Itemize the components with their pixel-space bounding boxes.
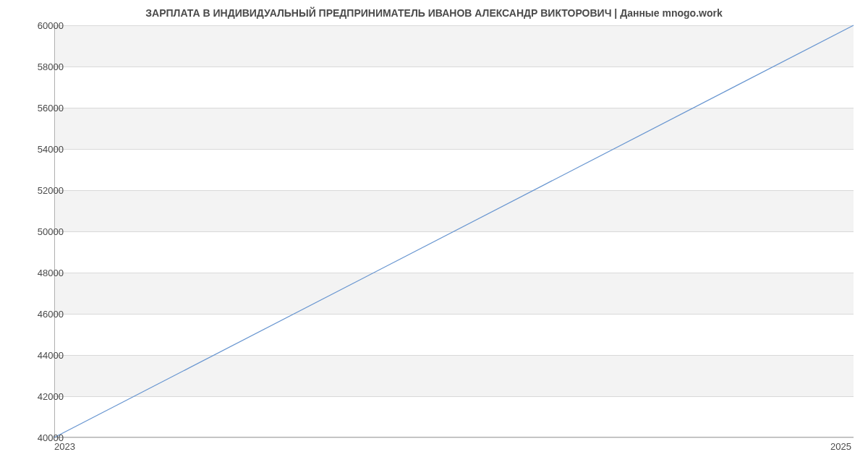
y-tick-label: 54000 [20, 144, 64, 155]
y-tick-label: 44000 [20, 350, 64, 361]
x-tick-label: 2023 [54, 441, 75, 452]
y-tick-label: 46000 [20, 309, 64, 320]
x-tick-label: 2025 [830, 441, 851, 452]
plot-area [54, 25, 854, 437]
y-tick-label: 52000 [20, 185, 64, 196]
y-tick-label: 42000 [20, 391, 64, 402]
chart-title: ЗАРПЛАТА В ИНДИВИДУАЛЬНЫЙ ПРЕДПРИНИМАТЕЛ… [0, 7, 868, 19]
y-gridline [54, 437, 854, 438]
line-layer [54, 25, 854, 437]
y-tick-label: 56000 [20, 103, 64, 114]
y-tick-label: 48000 [20, 268, 64, 278]
data-line [54, 25, 854, 437]
y-tick-label: 58000 [20, 61, 64, 72]
y-tick-label: 60000 [20, 20, 64, 31]
y-tick-label: 50000 [20, 226, 64, 237]
